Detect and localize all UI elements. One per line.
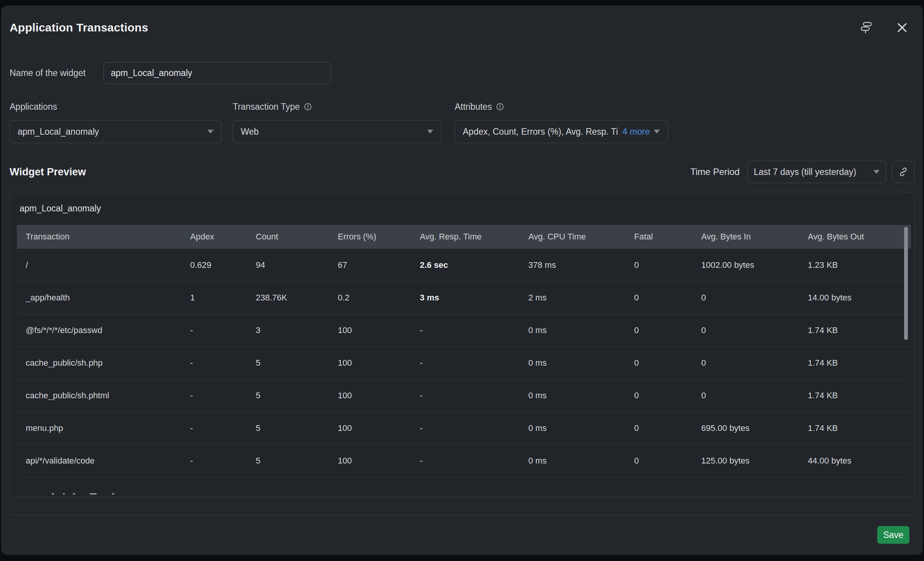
cell: 67 [329, 249, 411, 281]
column-header: Count [247, 225, 329, 249]
cell: - [411, 445, 520, 477]
column-header: Avg. Resp. Time [411, 225, 520, 249]
cell: menu.php [17, 412, 181, 444]
cell: - [181, 347, 247, 379]
column-header: Apdex [181, 225, 247, 249]
time-period-dropdown[interactable]: Last 7 days (till yesterday) [747, 161, 886, 183]
table-body: /0.62994672.6 sec378 ms01002.00 bytes1.2… [10, 249, 914, 477]
cell: 100 [329, 412, 411, 444]
chevron-down-icon [873, 170, 880, 174]
signpost-icon[interactable] [858, 20, 874, 35]
dialog-header: Application Transactions [1, 5, 923, 50]
applications-value: apm_Local_anomaly [18, 127, 99, 137]
dialog-title: Application Transactions [10, 21, 148, 34]
cell: 2.6 sec [411, 249, 520, 281]
attributes-dropdown[interactable]: Apdex, Count, Errors (%), Avg. Resp. Ti.… [455, 120, 668, 143]
cell: 3 [247, 314, 329, 346]
scrollbar-thumb[interactable] [904, 227, 908, 340]
cell: 44.00 bytes [799, 445, 911, 477]
cell: 0 [692, 282, 799, 314]
cell: 1.74 KB [799, 314, 911, 346]
cell: 100 [329, 380, 411, 412]
time-period-value: Last 7 days (till yesterday) [754, 167, 856, 177]
cell: 0 [692, 380, 799, 412]
transaction-type-dropdown[interactable]: Web [233, 120, 441, 143]
info-icon [496, 102, 504, 111]
transaction-type-value: Web [241, 127, 259, 137]
time-period-label: Time Period [691, 167, 740, 177]
widget-preview-panel: apm_Local_anomaly TransactionApdexCountE… [10, 192, 914, 497]
cell: 14.00 bytes [799, 282, 911, 314]
cell: 5 [247, 347, 329, 379]
applications-dropdown[interactable]: apm_Local_anomaly [10, 120, 222, 143]
table-row[interactable]: /0.62994672.6 sec378 ms01002.00 bytes1.2… [17, 249, 911, 281]
cell: 0 [625, 412, 692, 444]
cell: 1.74 KB [799, 347, 911, 379]
cell: 3 ms [411, 282, 520, 314]
cell: 0 ms [520, 314, 625, 346]
chevron-down-icon [427, 130, 433, 134]
table-row[interactable]: menu.php-5100-0 ms0695.00 bytes1.74 KB [17, 412, 911, 444]
save-button[interactable]: Save [877, 526, 909, 544]
cell: 0 [625, 347, 692, 379]
cell: - [411, 314, 520, 346]
column-header: Avg. Bytes In [692, 225, 799, 249]
cell: 0 [692, 347, 799, 379]
cell: 5 [247, 445, 329, 477]
cell: cache_public/sh.phtml [17, 380, 181, 412]
attributes-label: Attributes [455, 102, 492, 112]
table-row[interactable]: @fs/*/*/*/etc/passwd-3100-0 ms001.74 KB [17, 314, 911, 346]
cell: - [181, 445, 247, 477]
cell: 695.00 bytes [692, 412, 799, 444]
column-header: Avg. CPU Time [520, 225, 625, 249]
cell: 238.76K [247, 282, 329, 314]
cell: 0 [625, 380, 692, 412]
cell: 100 [329, 445, 411, 477]
cell: 2 ms [520, 282, 625, 314]
widget-name-input[interactable] [104, 62, 331, 84]
chevron-down-icon [207, 130, 214, 134]
cell: 0 [692, 314, 799, 346]
close-icon[interactable] [894, 20, 910, 35]
table-row[interactable]: api/*/validate/code-5100-0 ms0125.00 byt… [17, 444, 911, 477]
attributes-value: Apdex, Count, Errors (%), Avg. Resp. Ti.… [463, 127, 618, 137]
table-header-row: TransactionApdexCountErrors (%)Avg. Resp… [17, 225, 911, 249]
widget-preview-title: Widget Preview [10, 166, 86, 178]
cell: / [17, 249, 181, 281]
chevron-down-icon [654, 130, 660, 134]
column-header: Avg. Bytes Out [799, 225, 911, 249]
cell: api/*/validate/code [17, 445, 181, 477]
column-header: Errors (%) [329, 225, 411, 249]
table-row[interactable]: cache_public/sh.phtml-5100-0 ms001.74 KB [17, 379, 911, 412]
applications-label: Applications [10, 102, 222, 112]
application-transactions-dialog: Application Transactions Name of the [1, 5, 923, 555]
cell: 125.00 bytes [692, 445, 799, 477]
cell: - [411, 412, 520, 444]
cell: @fs/*/*/*/etc/passwd [17, 314, 181, 346]
cell: - [411, 347, 520, 379]
cell: 1 [181, 282, 247, 314]
column-header: Transaction [17, 225, 181, 249]
cell: 0 ms [520, 445, 625, 477]
cell: 1002.00 bytes [692, 249, 799, 281]
cell: 1.23 KB [799, 249, 911, 281]
cell: 5 [247, 380, 329, 412]
attributes-more-link[interactable]: 4 more [622, 127, 650, 137]
table-row[interactable]: cache_public/sh.php-5100-0 ms001.74 KB [17, 346, 911, 379]
cell: 0.2 [329, 282, 411, 314]
table-scrollbar[interactable] [904, 225, 908, 494]
cell: 100 [329, 314, 411, 346]
cell: cache_public/sh.php [17, 347, 181, 379]
table-row[interactable]: _app/health1238.76K0.23 ms2 ms0014.00 by… [17, 281, 911, 314]
cell: 1.74 KB [799, 412, 911, 444]
cell: 0 ms [520, 380, 625, 412]
info-icon [304, 102, 312, 111]
cell: 100 [329, 347, 411, 379]
cell: - [181, 380, 247, 412]
cell: 0.629 [181, 249, 247, 281]
column-header: Fatal [625, 225, 692, 249]
cell: 94 [247, 249, 329, 281]
clipped-row[interactable] [17, 477, 911, 496]
cell: 0 [625, 445, 692, 477]
link-icon[interactable] [892, 161, 914, 183]
